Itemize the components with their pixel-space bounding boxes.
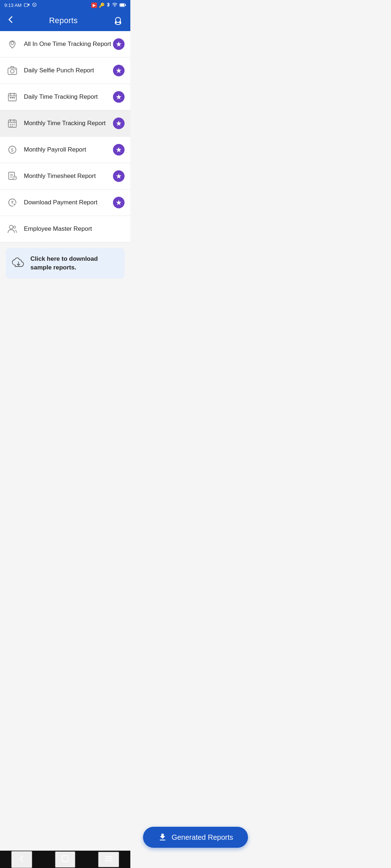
headset-button[interactable] xyxy=(112,14,125,27)
svg-point-27 xyxy=(12,124,13,125)
calendar-dots-icon xyxy=(6,117,19,130)
report-item-employee-master[interactable]: Employee Master Report xyxy=(0,216,130,242)
report-action-all-in-one[interactable] xyxy=(113,38,125,50)
report-item-timesheet[interactable]: Monthly Timesheet Report xyxy=(0,163,130,190)
report-action-download-payment[interactable] xyxy=(113,197,125,208)
svg-point-4 xyxy=(114,7,115,7)
back-button[interactable] xyxy=(6,15,15,26)
wifi-icon xyxy=(112,3,118,8)
report-label-all-in-one: All In One Time Tracking Report xyxy=(24,41,113,48)
bluetooth-icon xyxy=(106,2,110,8)
report-item-daily-time[interactable]: Daily Time Tracking Report xyxy=(0,84,130,110)
svg-point-13 xyxy=(10,69,14,73)
dollar-circle-icon: $ xyxy=(6,143,19,156)
svg-point-45 xyxy=(13,226,16,228)
status-bar: 9:13 AM ▶ 🔑 xyxy=(0,0,130,10)
svg-point-30 xyxy=(12,126,13,127)
svg-rect-21 xyxy=(13,97,15,98)
report-action-monthly-time[interactable] xyxy=(113,118,125,129)
svg-point-14 xyxy=(15,69,16,70)
header: Reports xyxy=(0,10,130,31)
page-title: Reports xyxy=(49,16,77,25)
report-action-daily-selfie[interactable] xyxy=(113,65,125,76)
download-banner-text: Click here to download sample reports. xyxy=(30,255,119,272)
location-pin-icon xyxy=(6,38,19,51)
svg-point-26 xyxy=(10,124,11,125)
no-action-placeholder xyxy=(113,223,125,235)
svg-point-28 xyxy=(14,124,15,125)
svg-rect-20 xyxy=(12,97,13,98)
status-left: 9:13 AM xyxy=(4,2,37,8)
report-action-daily-time[interactable] xyxy=(113,91,125,103)
download-sample-banner[interactable]: Click here to download sample reports. xyxy=(6,248,125,278)
camera-icon xyxy=(24,3,30,8)
status-right: ▶ 🔑 xyxy=(91,2,126,8)
svg-point-11 xyxy=(11,42,14,44)
report-label-daily-time: Daily Time Tracking Report xyxy=(24,93,113,101)
svg-line-3 xyxy=(34,4,35,5)
report-item-download-payment[interactable]: ₹ Download Payment Report xyxy=(0,190,130,216)
svg-point-29 xyxy=(10,126,11,127)
svg-point-42 xyxy=(13,203,16,207)
employee-icon xyxy=(6,222,19,235)
calendar-icon xyxy=(6,90,19,103)
report-item-monthly-time[interactable]: Monthly Time Tracking Report xyxy=(0,110,130,137)
report-label-daily-selfie: Daily Selfie Punch Report xyxy=(24,67,113,74)
report-item-daily-selfie[interactable]: Daily Selfie Punch Report xyxy=(0,58,130,84)
report-item-all-in-one[interactable]: All In One Time Tracking Report xyxy=(0,31,130,58)
report-list: All In One Time Tracking Report Daily Se… xyxy=(0,31,130,242)
report-label-monthly-time: Monthly Time Tracking Report xyxy=(24,120,113,127)
phone-icon xyxy=(32,2,37,8)
svg-rect-7 xyxy=(120,4,125,6)
camera-shutter-icon xyxy=(6,64,19,77)
report-label-employee-master: Employee Master Report xyxy=(24,225,113,233)
timesheet-icon xyxy=(6,170,19,183)
svg-rect-6 xyxy=(125,4,126,6)
svg-point-44 xyxy=(9,225,13,229)
report-label-download-payment: Download Payment Report xyxy=(24,199,113,206)
report-label-payroll: Monthly Payroll Report xyxy=(24,146,113,153)
download-cloud-icon xyxy=(12,256,25,270)
bottom-spacer xyxy=(0,284,130,320)
svg-text:$: $ xyxy=(11,147,14,153)
svg-rect-19 xyxy=(10,97,11,98)
video-rec-icon: ▶ xyxy=(91,3,97,8)
battery-icon xyxy=(119,3,126,8)
key-icon: 🔑 xyxy=(99,3,105,8)
rupee-icon: ₹ xyxy=(6,196,19,209)
report-action-payroll[interactable] xyxy=(113,144,125,156)
time-display: 9:13 AM xyxy=(4,3,22,8)
report-item-payroll[interactable]: $ Monthly Payroll Report xyxy=(0,137,130,163)
report-action-timesheet[interactable] xyxy=(113,170,125,182)
svg-rect-0 xyxy=(24,4,28,7)
report-label-timesheet: Monthly Timesheet Report xyxy=(24,173,113,180)
